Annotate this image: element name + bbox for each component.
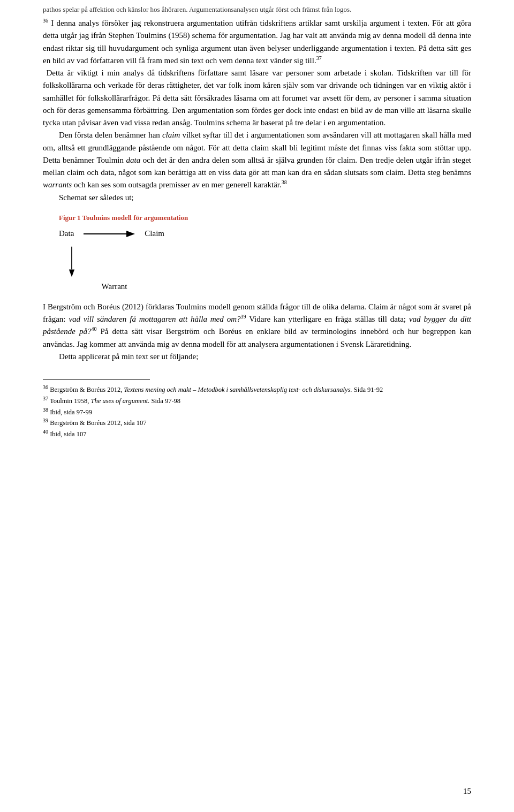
- svg-marker-3: [69, 269, 74, 277]
- running-head-text: pathos spelar på affektion och känslor h…: [43, 5, 351, 13]
- main-content: 36 I denna analys försöker jag rekonstru…: [43, 17, 471, 204]
- svg-marker-1: [126, 231, 135, 237]
- page: pathos spelar på affektion och känslor h…: [0, 0, 514, 812]
- arrow-right: [82, 226, 136, 241]
- footnote-ref-39: 39: [241, 314, 246, 320]
- footnote-ref-36: 36: [43, 18, 48, 24]
- data-italic: data: [126, 156, 141, 164]
- footnote-36: 36 Bergström & Boréus 2012, Textens meni…: [43, 385, 471, 395]
- main-content-2: I Bergström och Boréus (2012) förklaras …: [43, 301, 471, 363]
- footnote-num-39: 39: [43, 418, 48, 423]
- diagram: Data Claim Warra: [59, 226, 471, 291]
- paragraph-4: Schemat ser således ut;: [43, 192, 471, 204]
- footnote-39: 39 Bergström & Boréus 2012, sida 107: [43, 418, 471, 428]
- paragraph-3: Den första delen benämner han claim vilk…: [43, 129, 471, 191]
- footnote-37-italic: The uses of argument.: [90, 397, 149, 405]
- running-head: pathos spelar på affektion och känslor h…: [43, 5, 471, 14]
- data-label: Data: [59, 229, 74, 238]
- footnote-36-italic: Textens mening och makt – Metodbok i sam…: [124, 386, 352, 393]
- footnote-divider: [43, 379, 150, 380]
- warrants-italic: warrants: [43, 180, 72, 189]
- footnote-num-38: 38: [43, 406, 48, 412]
- question-1-italic: vad vill sändaren få mottagaren att håll…: [69, 315, 240, 323]
- diagram-col-left: Data Claim Warra: [59, 226, 164, 291]
- footnotes: 36 Bergström & Boréus 2012, Textens meni…: [43, 385, 471, 439]
- footnote-ref-40: 40: [91, 326, 96, 332]
- footnote-38: 38 Ibid, sida 97-99: [43, 407, 471, 418]
- page-number: 15: [463, 787, 471, 796]
- footnote-37: 37 Toulmin 1958, The uses of argument. S…: [43, 396, 471, 406]
- footnote-40: 40 Ibid, sida 107: [43, 429, 471, 439]
- paragraph-2: Detta är viktigt i min analys då tidskri…: [43, 67, 471, 129]
- footnote-ref-38: 38: [282, 179, 287, 185]
- figure-label: Figur 1 Toulmins modell för argumentatio…: [59, 214, 471, 222]
- footnote-num-36: 36: [43, 384, 48, 390]
- paragraph-6: Detta applicerat på min text ser ut följ…: [43, 351, 471, 363]
- figure-section: Figur 1 Toulmins modell för argumentatio…: [59, 214, 471, 291]
- footnote-ref-37: 37: [316, 55, 322, 61]
- claim-label: Claim: [145, 229, 164, 238]
- footnote-num-37: 37: [43, 396, 48, 401]
- paragraph-1: 36 I denna analys försöker jag rekonstru…: [43, 17, 471, 67]
- paragraph-5: I Bergström och Boréus (2012) förklaras …: [43, 301, 471, 351]
- warrant-label: Warrant: [102, 282, 127, 291]
- diagram-data-claim-row: Data Claim: [59, 226, 164, 241]
- footnote-num-40: 40: [43, 429, 48, 435]
- claim-italic: claim: [162, 131, 180, 139]
- arrow-down: [64, 246, 79, 278]
